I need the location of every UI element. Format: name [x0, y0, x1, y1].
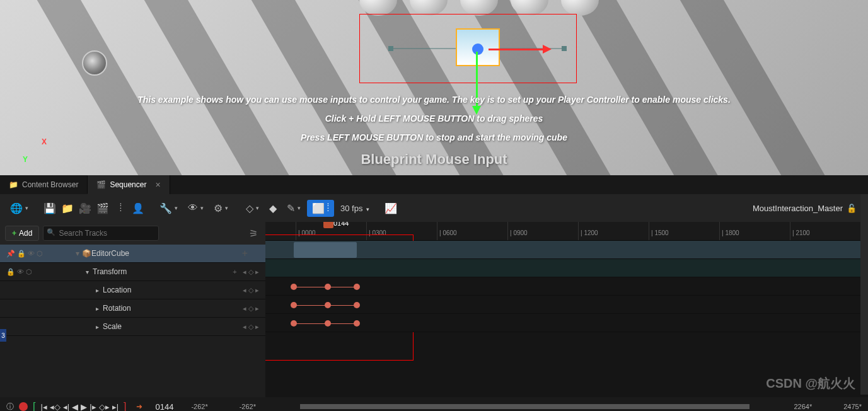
expand-icon[interactable]: ▸ [76, 323, 99, 330]
viewport-3d[interactable]: This example shows how you can use mouse… [0, 0, 868, 175]
track-row-transform[interactable]: 🔒 👁 ⬡ ▾ Transform + ◂ ◇ ▸ [0, 263, 265, 281]
actor-icon: 📦 [82, 249, 91, 258]
keyframe[interactable] [325, 302, 331, 308]
chevron-down-icon[interactable]: ▾ [76, 249, 79, 258]
vertical-scrollbar[interactable] [860, 194, 868, 395]
timeline-row[interactable] [265, 259, 868, 277]
world-dropdown[interactable]: 🌐▾ [6, 200, 32, 216]
track-pin-icons[interactable]: 📌 🔒 👁 ⬡ [0, 250, 76, 258]
tab-label: Sequencer [110, 180, 146, 189]
key-controls[interactable]: ◂ ◇ ▸ [243, 323, 265, 331]
loop-button[interactable]: ➜ [136, 402, 142, 411]
key-dropdown[interactable]: ◇▾ [242, 200, 263, 216]
ruler-tick: | 1800 [719, 222, 739, 240]
step-back-button[interactable]: ◂| [63, 402, 69, 412]
expand-icon[interactable]: ▸ [76, 287, 99, 294]
track-pin-icons[interactable]: 🔒 👁 ⬡ [0, 268, 76, 276]
fps-dropdown[interactable]: 30 fps ▾ [340, 204, 369, 213]
ruler-tick: | 1500 [649, 222, 669, 240]
record-button[interactable] [19, 402, 28, 411]
playhead-label: 0144 [333, 222, 349, 227]
prev-key-button[interactable]: ◂◇ [50, 402, 61, 412]
keyframe[interactable] [291, 320, 297, 327]
expand-icon[interactable]: ▾ [76, 269, 89, 275]
key-controls[interactable]: ◂ ◇ ▸ [243, 286, 265, 294]
tab-sequencer[interactable]: 🎬 Sequencer × [88, 175, 170, 194]
goto-end-button[interactable]: ▸| [112, 402, 119, 412]
add-button[interactable]: + Add [5, 226, 39, 241]
timeline-row[interactable] [265, 296, 868, 314]
track-panel: + Add ⚞ 📌 🔒 👁 ⬡ ▾ 📦 EditorCube + 🔒 👁 ⬡ ▾… [0, 222, 265, 397]
timeline-row[interactable] [265, 241, 868, 259]
clip-bar[interactable] [294, 242, 357, 258]
zoom-scrollbar[interactable] [300, 404, 749, 409]
info-icon[interactable]: ⓘ [6, 402, 14, 412]
magnet-icon: ⬜ [312, 202, 325, 214]
eye-dropdown[interactable]: 👁▾ [184, 200, 207, 216]
keyframe[interactable] [325, 320, 331, 327]
keyframe[interactable] [354, 302, 360, 308]
key-controls[interactable]: + ◂ ◇ ▸ [233, 268, 265, 276]
autokey-icon[interactable]: ◆ [265, 200, 281, 216]
step-forward-button[interactable]: |▸ [90, 402, 96, 412]
range-label[interactable]: 2475* [843, 403, 862, 410]
lock-icon[interactable]: 🔓 [847, 204, 857, 213]
list-icon[interactable]: ⦙ [113, 200, 128, 216]
gizmo-x-axis[interactable] [489, 49, 545, 50]
clapboard-icon[interactable]: 🎬 [95, 200, 110, 216]
keyframe[interactable] [354, 320, 360, 327]
keyframe[interactable] [291, 302, 297, 308]
track-row-editorcube[interactable]: 📌 🔒 👁 ⬡ ▾ 📦 EditorCube + [0, 245, 265, 263]
save-icon[interactable]: 💾 [42, 200, 57, 216]
add-track-icon[interactable]: + [242, 248, 265, 259]
transport-bar: ⓘ [ |◂ ◂◇ ◂| ◀ ▶ |▸ ◇▸ ▸| ] ➜ 0144 -262*… [0, 397, 868, 411]
curve-editor-icon[interactable]: 📈 [383, 200, 398, 216]
tab-content-browser[interactable]: 📁 Content Browser [0, 176, 88, 194]
snap-button[interactable]: ⬜ ⦙ [307, 200, 334, 217]
close-icon[interactable]: × [155, 180, 160, 190]
track-label: Location [103, 286, 243, 294]
play-reverse-button[interactable]: ◀ [72, 402, 78, 412]
axis-y-label: Y [23, 155, 28, 164]
range-label[interactable]: -262* [240, 403, 256, 410]
gizmo-origin[interactable] [472, 43, 483, 55]
goto-start-button[interactable]: |◂ [40, 402, 47, 412]
next-key-button[interactable]: ◇▸ [99, 402, 110, 412]
filter-icon[interactable]: ⚞ [246, 226, 260, 240]
play-forward-button[interactable]: ▶ [81, 402, 87, 412]
timeline-ruler[interactable]: 0144 | 0000 | 0300 | 0600 | 0900 | 1200 … [265, 222, 868, 241]
timeline-footer: -262* -262* 2264* 2475* [178, 403, 862, 410]
axis-x-label: X [42, 137, 47, 146]
track-row-scale[interactable]: ▸ Scale ◂ ◇ ▸ [0, 318, 265, 336]
timeline-row[interactable] [265, 314, 868, 332]
playhead-marker[interactable] [323, 222, 333, 228]
viewport-scene [0, 0, 868, 175]
track-row-rotation[interactable]: ▸ Rotation ◂ ◇ ▸ [0, 299, 265, 318]
track-row-location[interactable]: ▸ Location ◂ ◇ ▸ [0, 281, 265, 299]
sequencer-body: + Add ⚞ 📌 🔒 👁 ⬡ ▾ 📦 EditorCube + 🔒 👁 ⬡ ▾… [0, 222, 868, 397]
current-frame[interactable]: 0144 [155, 402, 173, 412]
expand-icon[interactable]: ▸ [76, 305, 99, 312]
key-controls[interactable]: ◂ ◇ ▸ [243, 304, 265, 313]
keyframe[interactable] [291, 284, 297, 290]
range-end-bracket[interactable]: ] [124, 401, 126, 411]
selected-cube[interactable] [456, 28, 500, 66]
timeline-panel[interactable]: 0144 | 0000 | 0300 | 0600 | 0900 | 1200 … [265, 222, 868, 397]
actor-icon[interactable]: 👤 [130, 200, 146, 216]
axis-gizmo[interactable]: X Y [23, 137, 54, 169]
browse-icon[interactable]: 📁 [60, 200, 75, 216]
ruler-tick: | 0000 [296, 222, 316, 240]
gears-dropdown[interactable]: ⚙▾ [210, 200, 232, 216]
camera-icon[interactable]: 🎥 [78, 200, 93, 216]
range-label[interactable]: -262* [191, 403, 207, 410]
edit-dropdown[interactable]: ✎▾ [283, 200, 304, 216]
keyframe[interactable] [325, 284, 331, 290]
side-tab[interactable]: 3 [0, 329, 6, 342]
keyframe[interactable] [354, 284, 360, 290]
search-input[interactable] [43, 226, 159, 241]
range-label[interactable]: 2264* [794, 403, 812, 410]
wrench-dropdown[interactable]: 🔧▾ [156, 200, 182, 216]
play-controls: |◂ ◂◇ ◂| ◀ ▶ |▸ ◇▸ ▸| [40, 402, 119, 412]
timeline-row[interactable] [265, 277, 868, 296]
range-start-bracket[interactable]: [ [33, 401, 35, 411]
